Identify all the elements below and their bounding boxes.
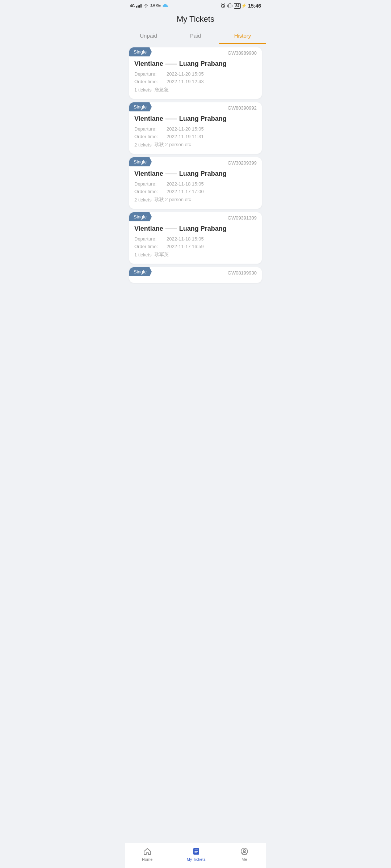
status-bar: 4G 2.6 K/s [125, 0, 266, 10]
departure-value: 2022-11-20 15:05 [167, 71, 204, 77]
destination: Luang Prabang [179, 225, 227, 233]
card-body: Vientiane —— Luang Prabang Departure: 20… [129, 115, 262, 148]
passenger-name: 耿耿 2 person etc [155, 141, 191, 148]
card-header: Single GW30209399 [129, 157, 262, 170]
card-body: Vientiane —— Luang Prabang Departure: 20… [129, 225, 262, 258]
svg-point-12 [243, 850, 245, 852]
tickets-row: 2 tickets 耿耿 2 person etc [134, 196, 257, 203]
tab-history[interactable]: History [219, 29, 266, 44]
network-type: 4G [130, 4, 135, 8]
order-time-value: 2022-11-17 16:59 [167, 244, 204, 249]
tickets-count: 1 tickets [134, 252, 152, 258]
vibrate-icon [227, 3, 232, 9]
order-time-value: 2022-11-17 17:00 [167, 189, 204, 194]
tab-bar: Unpaid Paid History [125, 24, 266, 44]
order-id: GW80390992 [228, 102, 257, 111]
route-arrow: —— [165, 171, 177, 177]
order-id: GW38989900 [228, 47, 257, 56]
svg-line-3 [223, 6, 224, 7]
home-icon [143, 847, 152, 856]
ticket-type-tag: Single [129, 157, 152, 166]
ticket-card[interactable]: Single GW09391309 Vientiane —— Luang Pra… [129, 212, 262, 264]
wifi-icon [143, 4, 149, 8]
battery-level: 84 ⚡ [234, 3, 247, 9]
order-id: GW09391309 [228, 212, 257, 221]
network-speed: 2.6 K/s [150, 4, 161, 8]
passenger-name: 耿军英 [155, 251, 169, 258]
passenger-name: 耿耿 2 person etc [155, 196, 191, 203]
svg-rect-4 [229, 4, 231, 8]
ticket-card[interactable]: Single GW80390992 Vientiane —— Luang Pra… [129, 102, 262, 154]
bottom-nav: Home My Tickets Me [125, 843, 266, 868]
ticket-type-tag: Single [129, 212, 152, 221]
ticket-card[interactable]: Single GW08199930 [129, 267, 262, 283]
ticket-type-tag: Single [129, 47, 152, 56]
tab-paid[interactable]: Paid [172, 29, 219, 44]
tickets-count: 2 tickets [134, 142, 152, 148]
time: 15:46 [248, 3, 261, 9]
order-time-row: Order time: 2022-11-17 17:00 [134, 189, 257, 194]
order-id: GW30209399 [228, 157, 257, 166]
tickets-row: 1 tickets 耿军英 [134, 251, 257, 258]
page-header: My Tickets [125, 10, 266, 24]
route-arrow: —— [165, 116, 177, 122]
tickets-row: 2 tickets 耿耿 2 person etc [134, 141, 257, 148]
origin: Vientiane [134, 115, 163, 123]
ticket-list: Single GW38989900 Vientiane —— Luang Pra… [125, 44, 266, 319]
mytickets-icon [192, 847, 201, 856]
route: Vientiane —— Luang Prabang [134, 115, 257, 123]
card-header: Single GW80390992 [129, 102, 262, 115]
tickets-row: 1 tickets 急急急 [134, 86, 257, 93]
origin: Vientiane [134, 170, 163, 178]
departure-row: Departure: 2022-11-20 15:05 [134, 126, 257, 132]
card-header: Single GW08199930 [129, 267, 262, 280]
nav-mytickets[interactable]: My Tickets [187, 847, 206, 861]
nav-mytickets-label: My Tickets [187, 857, 206, 861]
departure-label: Departure: [134, 236, 165, 242]
departure-value: 2022-11-18 15:05 [167, 236, 204, 242]
departure-label: Departure: [134, 126, 165, 132]
me-icon [240, 847, 249, 856]
ticket-type-tag: Single [129, 267, 152, 276]
card-header: Single GW09391309 [129, 212, 262, 225]
departure-row: Departure: 2022-11-18 15:05 [134, 181, 257, 187]
route: Vientiane —— Luang Prabang [134, 170, 257, 178]
order-time-row: Order time: 2022-11-19 12:43 [134, 79, 257, 84]
status-right: 84 ⚡ 15:46 [220, 3, 261, 9]
nav-home-label: Home [142, 857, 152, 861]
order-time-label: Order time: [134, 244, 165, 249]
departure-label: Departure: [134, 71, 165, 77]
alarm-icon [220, 3, 226, 9]
nav-me-label: Me [241, 857, 247, 861]
nav-home[interactable]: Home [142, 847, 152, 861]
tab-unpaid[interactable]: Unpaid [125, 29, 172, 44]
order-time-label: Order time: [134, 189, 165, 194]
origin: Vientiane [134, 60, 163, 68]
destination: Luang Prabang [179, 170, 227, 178]
order-time-row: Order time: 2022-11-17 16:59 [134, 244, 257, 249]
ticket-card[interactable]: Single GW38989900 Vientiane —— Luang Pra… [129, 47, 262, 99]
ticket-type-tag: Single [129, 102, 152, 111]
ticket-card[interactable]: Single GW30209399 Vientiane —— Luang Pra… [129, 157, 262, 209]
route-arrow: —— [165, 61, 177, 67]
svg-point-0 [146, 7, 146, 8]
departure-row: Departure: 2022-11-20 15:05 [134, 71, 257, 77]
departure-label: Departure: [134, 181, 165, 187]
departure-row: Departure: 2022-11-18 15:05 [134, 236, 257, 242]
nav-me[interactable]: Me [240, 847, 249, 861]
order-time-label: Order time: [134, 134, 165, 139]
departure-value: 2022-11-18 15:05 [167, 181, 204, 187]
card-header: Single GW38989900 [129, 47, 262, 60]
order-time-row: Order time: 2022-11-19 11:31 [134, 134, 257, 139]
card-body: Vientiane —— Luang Prabang Departure: 20… [129, 170, 262, 203]
route: Vientiane —— Luang Prabang [134, 225, 257, 233]
cloud-icon [162, 3, 169, 8]
order-id: GW08199930 [228, 267, 257, 276]
order-time-value: 2022-11-19 12:43 [167, 79, 204, 84]
card-body: Vientiane —— Luang Prabang Departure: 20… [129, 60, 262, 93]
destination: Luang Prabang [179, 115, 227, 123]
departure-value: 2022-11-20 15:05 [167, 126, 204, 132]
route-arrow: —— [165, 226, 177, 232]
order-time-value: 2022-11-19 11:31 [167, 134, 204, 139]
origin: Vientiane [134, 225, 163, 233]
